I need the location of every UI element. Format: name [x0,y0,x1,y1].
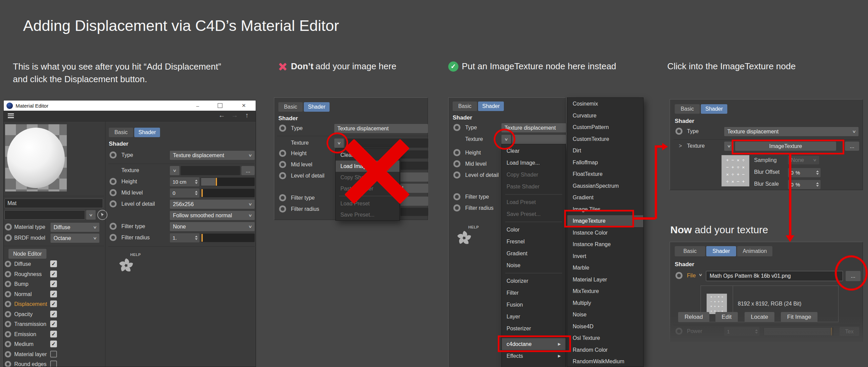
material-type-dropdown[interactable]: Diffuse ∨ [51,223,99,232]
channel-checkbox[interactable]: ✓ [50,300,57,307]
type-radio[interactable] [279,125,286,132]
channel-checkbox[interactable]: ✓ [50,331,57,337]
type-dropdown[interactable]: Texture displacement ∨ [170,151,255,160]
window-titlebar[interactable]: Material Editor – ✕ [4,100,256,111]
submenu-item[interactable]: Curvature [567,110,643,122]
submenu-item[interactable]: Cosinemix [567,98,643,110]
material-type-radio[interactable] [5,223,12,231]
tab-animation[interactable]: Animation [737,246,772,256]
lod-mode-dropdown[interactable]: Follow smoothed normal ∨ [170,211,255,220]
tab-basic[interactable]: Basic [675,246,705,256]
submenu-item[interactable]: MixTexture [567,286,643,297]
submenu-item[interactable]: Osl Texture [567,332,643,344]
blur-offset-spinner[interactable]: 0 % [788,168,821,177]
texture-browse-button[interactable]: ... [241,166,255,175]
maximize-button[interactable] [213,100,227,111]
channel-radio[interactable] [5,341,11,347]
submenu-item[interactable]: RandomWalkMedium [567,356,643,367]
channel-checkbox[interactable]: ✓ [50,311,57,317]
lod-dropdown[interactable]: 256x256 ∨ [170,200,255,209]
filter-type-radio[interactable] [453,193,460,200]
filter-type-dropdown[interactable]: None ∨ [170,222,255,231]
channel-radio[interactable] [5,331,11,337]
height-radio[interactable] [279,150,286,157]
submenu-item[interactable]: Material Layer [567,274,643,286]
tab-shader[interactable]: Shader [701,104,727,114]
hamburger-menu-icon[interactable] [8,113,14,119]
channel-checkbox[interactable]: ✓ [50,341,57,347]
lod-radio[interactable] [110,200,117,207]
tab-basic[interactable]: Basic [675,104,700,114]
midlevel-radio[interactable] [453,160,460,167]
submenu-item[interactable]: Instance Color [567,227,643,239]
submenu-item[interactable]: Random Color [567,344,643,356]
channel-radio[interactable] [5,281,11,287]
menu-item[interactable]: Posterizer [502,323,566,334]
channel-checkbox[interactable]: ✓ [50,271,57,277]
spinner-arrows-icon[interactable] [193,180,199,184]
menu-item[interactable]: Noise [502,259,566,271]
picker-button[interactable] [97,210,107,220]
filter-radius-radio[interactable] [110,234,117,241]
filter-radius-radio[interactable] [453,204,460,212]
filter-type-radio[interactable] [110,223,117,230]
filter-radius-slider[interactable] [201,234,255,242]
minimize-button[interactable]: – [191,100,204,111]
height-slider[interactable] [201,178,255,186]
filter-type-radio[interactable] [279,194,286,201]
midlevel-radio[interactable] [110,189,117,196]
menu-item[interactable]: Layer [502,311,566,323]
submenu-item[interactable]: Falloffmap [567,157,643,169]
tab-shader[interactable]: Shader [706,246,736,256]
channel-radio[interactable] [5,261,11,267]
forward-arrow-icon[interactable]: → [231,111,238,119]
submenu-item[interactable]: GaussianSpectrum [567,180,643,192]
submenu-item[interactable]: CustomTexture [567,133,643,145]
submenu-item[interactable]: CustomPattern [567,122,643,133]
node-editor-button[interactable]: Node Editor [8,249,46,259]
spinner-arrows-icon[interactable] [193,191,199,195]
menu-item[interactable]: Save Preset... [336,209,399,220]
texture-field[interactable] [181,166,240,175]
type-radio[interactable] [675,128,683,135]
height-radio[interactable] [453,149,460,156]
tab-basic[interactable]: Basic [109,128,133,137]
midlevel-slider[interactable] [201,189,255,197]
brdf-radio[interactable] [5,234,12,241]
tab-shader[interactable]: Shader [478,102,504,111]
menu-item[interactable]: Fusion [502,299,566,311]
brdf-dropdown[interactable]: Octane ∨ [51,234,99,243]
submenu-item[interactable]: Instance Range [567,239,643,251]
octane-help-logo[interactable]: HELP [117,253,150,277]
close-button[interactable]: ✕ [237,100,251,111]
sampling-dropdown[interactable]: None ∨ [788,156,819,164]
tab-basic[interactable]: Basic [453,102,477,111]
type-dropdown[interactable]: Texture displacement ∨ [724,127,859,136]
blur-scale-spinner[interactable]: 0 % [788,180,821,189]
tab-basic[interactable]: Basic [278,102,303,112]
spinner-arrows-icon[interactable] [814,182,821,187]
submenu-item[interactable]: Dirt [567,145,643,157]
filter-radius-radio[interactable] [279,205,286,213]
menu-item[interactable]: Load Preset [336,198,399,209]
material-name-field[interactable]: Mat [4,199,103,208]
height-radio[interactable] [110,178,117,185]
height-spinner[interactable]: 10 cm [170,177,199,186]
submenu-item[interactable]: Noise4D [567,321,643,333]
expander-icon[interactable]: > [679,143,682,149]
channel-radio[interactable] [5,311,11,317]
lod-radio[interactable] [279,172,286,179]
menu-item[interactable]: Load Image... [502,157,566,169]
channel-checkbox[interactable]: ✓ [50,280,57,287]
type-radio[interactable] [110,151,117,159]
submenu-item[interactable]: Invert [567,251,643,262]
menu-item[interactable]: Gradient [502,247,566,259]
file-radio[interactable] [675,272,683,279]
menu-item[interactable]: Save Preset... [502,208,566,220]
menu-item[interactable]: Filter [502,287,566,299]
submenu-item[interactable]: Multiply [567,297,643,309]
submenu-item[interactable]: Noise [567,309,643,321]
channel-checkbox[interactable]: ✓ [50,291,57,297]
menu-item[interactable]: Load Preset [502,196,566,208]
tab-shader[interactable]: Shader [304,102,330,112]
